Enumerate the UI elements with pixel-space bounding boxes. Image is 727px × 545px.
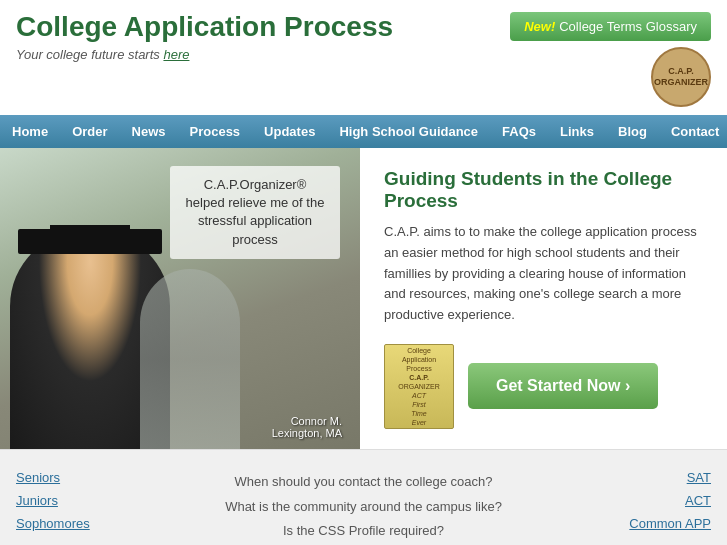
footer-link-seniors[interactable]: Seniors bbox=[16, 470, 136, 485]
banner-description: C.A.P. aims to to make the college appli… bbox=[384, 222, 703, 326]
nav-item-process[interactable]: Process bbox=[178, 115, 253, 148]
nav-item-high-school[interactable]: High School Guidance bbox=[327, 115, 490, 148]
nav-item-links[interactable]: Links bbox=[548, 115, 606, 148]
new-button[interactable]: New!College Terms Glossary bbox=[510, 12, 711, 41]
new-button-text: College Terms Glossary bbox=[559, 19, 697, 34]
banner-right: Guiding Students in the College Process … bbox=[360, 148, 727, 449]
header-left: College Application Process Your college… bbox=[16, 12, 393, 62]
main-content: C.A.P.Organizer® helped relieve me of th… bbox=[0, 148, 727, 449]
footer-link-act[interactable]: ACT bbox=[685, 493, 711, 508]
banner-overlay: C.A.P.Organizer® helped relieve me of th… bbox=[170, 166, 340, 259]
person2-silhouette bbox=[140, 269, 240, 449]
nav-item-home[interactable]: Home bbox=[0, 115, 60, 148]
tagline-link[interactable]: here bbox=[163, 47, 189, 62]
footer-question: When should you contact the college coac… bbox=[136, 470, 591, 495]
grad-cap-top bbox=[50, 225, 130, 231]
footer-left-links: SeniorsJuniorsSophomores bbox=[16, 470, 136, 545]
footer-center: When should you contact the college coac… bbox=[136, 470, 591, 545]
nav-item-blog[interactable]: Blog bbox=[606, 115, 659, 148]
caption-name: Connor M. bbox=[291, 415, 342, 427]
footer: SeniorsJuniorsSophomores When should you… bbox=[0, 449, 727, 545]
overlay-text: C.A.P.Organizer® helped relieve me of th… bbox=[186, 177, 325, 247]
nav-item-news[interactable]: News bbox=[120, 115, 178, 148]
site-title: College Application Process bbox=[16, 12, 393, 43]
footer-link-juniors[interactable]: Juniors bbox=[16, 493, 136, 508]
book-text: CollegeApplicationProcessC.A.P.ORGANIZER… bbox=[398, 346, 440, 428]
caption-location: Lexington, MA bbox=[272, 427, 342, 439]
footer-question: What is the community around the campus … bbox=[136, 495, 591, 520]
cta-area: CollegeApplicationProcessC.A.P.ORGANIZER… bbox=[384, 344, 703, 429]
tagline-text: Your college future starts bbox=[16, 47, 160, 62]
cap-logo: C.A.P.ORGANIZER bbox=[651, 47, 711, 107]
get-started-button[interactable]: Get Started Now › bbox=[468, 363, 658, 409]
cap-book: CollegeApplicationProcessC.A.P.ORGANIZER… bbox=[384, 344, 454, 429]
banner-caption: Connor M. Lexington, MA bbox=[272, 415, 342, 439]
site-tagline: Your college future starts here bbox=[16, 47, 393, 62]
nav-item-updates[interactable]: Updates bbox=[252, 115, 327, 148]
footer-link-common-app[interactable]: Common APP bbox=[629, 516, 711, 531]
footer-right-links: SATACTCommon APP bbox=[591, 470, 711, 545]
nav-item-faqs[interactable]: FAQs bbox=[490, 115, 548, 148]
footer-question: Is the CSS Profile required? bbox=[136, 519, 591, 544]
nav-item-order[interactable]: Order bbox=[60, 115, 119, 148]
banner-image: C.A.P.Organizer® helped relieve me of th… bbox=[0, 148, 360, 449]
footer-link-sophomores[interactable]: Sophomores bbox=[16, 516, 136, 531]
cap-logo-text: C.A.P.ORGANIZER bbox=[654, 66, 708, 88]
new-label: New! bbox=[524, 19, 555, 34]
banner-heading: Guiding Students in the College Process bbox=[384, 168, 703, 212]
nav-item-contact[interactable]: Contact bbox=[659, 115, 727, 148]
header: College Application Process Your college… bbox=[0, 0, 727, 115]
footer-link-sat[interactable]: SAT bbox=[687, 470, 711, 485]
grad-cap bbox=[18, 229, 162, 254]
header-right: New!College Terms Glossary C.A.P.ORGANIZ… bbox=[510, 12, 711, 107]
main-nav: HomeOrderNewsProcessUpdatesHigh School G… bbox=[0, 115, 727, 148]
